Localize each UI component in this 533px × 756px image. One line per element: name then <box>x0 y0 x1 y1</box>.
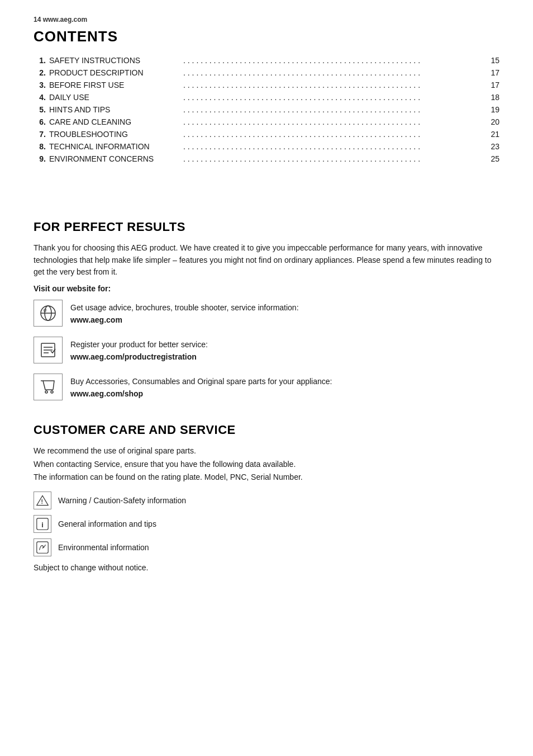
symbol-text: Environmental information <box>58 543 149 552</box>
toc-table: 1. SAFETY INSTRUCTIONS . . . . . . . . .… <box>34 54 499 165</box>
svg-point-9 <box>51 391 53 393</box>
toc-row: 9. ENVIRONMENT CONCERNS . . . . . . . . … <box>34 153 499 165</box>
toc-page: 25 <box>483 153 499 165</box>
icon-row: Register your product for better service… <box>34 337 499 363</box>
icon-text: Get usage advice, brochures, trouble sho… <box>70 300 299 326</box>
warning-symbol-icon: ! <box>34 492 51 509</box>
visit-label: Visit our website for: <box>34 284 499 293</box>
toc-row: 3. BEFORE FIRST USE . . . . . . . . . . … <box>34 79 499 91</box>
perfect-results-title: FOR PERFECT RESULTS <box>34 220 499 234</box>
cart-icon <box>34 374 63 400</box>
svg-text:@: @ <box>43 308 47 312</box>
toc-row: 8. TECHNICAL INFORMATION . . . . . . . .… <box>34 140 499 153</box>
symbol-text: Warning / Caution-Safety information <box>58 496 186 505</box>
globe-icon: @ <box>34 300 63 327</box>
toc-dots: . . . . . . . . . . . . . . . . . . . . … <box>181 140 483 153</box>
toc-dots: . . . . . . . . . . . . . . . . . . . . … <box>181 91 483 103</box>
toc-num: 3. <box>34 79 49 91</box>
toc-page: 15 <box>483 54 499 67</box>
toc-label: HINTS AND TIPS <box>49 103 181 116</box>
toc-dots: . . . . . . . . . . . . . . . . . . . . … <box>181 128 483 140</box>
toc-page: 17 <box>483 67 499 79</box>
toc-page: 21 <box>483 128 499 140</box>
toc-label: ENVIRONMENT CONCERNS <box>49 153 181 165</box>
toc-num: 9. <box>34 153 49 165</box>
symbol-row: Environmental information <box>34 538 499 556</box>
toc-num: 2. <box>34 67 49 79</box>
contents-title: CONTENTS <box>34 28 499 45</box>
toc-row: 1. SAFETY INSTRUCTIONS . . . . . . . . .… <box>34 54 499 67</box>
toc-num: 4. <box>34 91 49 103</box>
toc-page: 18 <box>483 91 499 103</box>
toc-label: DAILY USE <box>49 91 181 103</box>
perfect-results-body: Thank you for choosing this AEG product.… <box>34 242 499 278</box>
toc-dots: . . . . . . . . . . . . . . . . . . . . … <box>181 153 483 165</box>
toc-page: 17 <box>483 79 499 91</box>
svg-text:!: ! <box>41 499 43 505</box>
svg-rect-14 <box>37 542 48 553</box>
toc-num: 5. <box>34 103 49 116</box>
toc-row: 6. CARE AND CLEANING . . . . . . . . . .… <box>34 116 499 128</box>
icon-row: @ Get usage advice, brochures, trouble s… <box>34 300 499 327</box>
toc-dots: . . . . . . . . . . . . . . . . . . . . … <box>181 79 483 91</box>
toc-label: PRODUCT DESCRIPTION <box>49 67 181 79</box>
toc-num: 1. <box>34 54 49 67</box>
toc-label: TECHNICAL INFORMATION <box>49 140 181 153</box>
icon-text: Buy Accessories, Consumables and Origina… <box>70 374 332 400</box>
toc-page: 19 <box>483 103 499 116</box>
toc-label: TROUBLESHOOTING <box>49 128 181 140</box>
icon-row: Buy Accessories, Consumables and Origina… <box>34 374 499 400</box>
toc-dots: . . . . . . . . . . . . . . . . . . . . … <box>181 54 483 67</box>
page-number-line: 14 www.aeg.com <box>34 16 499 23</box>
toc-label: BEFORE FIRST USE <box>49 79 181 91</box>
env-symbol-icon <box>34 538 51 556</box>
toc-row: 4. DAILY USE . . . . . . . . . . . . . .… <box>34 91 499 103</box>
symbol-row: i General information and tips <box>34 515 499 533</box>
info-symbol-icon: i <box>34 515 51 533</box>
toc-row: 2. PRODUCT DESCRIPTION . . . . . . . . .… <box>34 67 499 79</box>
toc-row: 7. TROUBLESHOOTING . . . . . . . . . . .… <box>34 128 499 140</box>
toc-page: 23 <box>483 140 499 153</box>
icon-text: Register your product for better service… <box>70 337 208 363</box>
customer-care-body2: When contacting Service, ensure that you… <box>34 459 499 471</box>
customer-care-body3: The information can be found on the rati… <box>34 471 499 484</box>
toc-num: 6. <box>34 116 49 128</box>
toc-dots: . . . . . . . . . . . . . . . . . . . . … <box>181 103 483 116</box>
toc-dots: . . . . . . . . . . . . . . . . . . . . … <box>181 67 483 79</box>
customer-care-title: CUSTOMER CARE AND SERVICE <box>34 423 499 437</box>
toc-label: SAFETY INSTRUCTIONS <box>49 54 181 67</box>
subject-to-change: Subject to change without notice. <box>34 562 499 574</box>
symbol-row: ! Warning / Caution-Safety information <box>34 492 499 509</box>
toc-dots: . . . . . . . . . . . . . . . . . . . . … <box>181 116 483 128</box>
register-icon <box>34 337 63 363</box>
toc-row: 5. HINTS AND TIPS . . . . . . . . . . . … <box>34 103 499 116</box>
symbol-text: General information and tips <box>58 519 156 528</box>
svg-text:i: i <box>41 521 44 529</box>
customer-care-body1: We recommend the use of original spare p… <box>34 445 499 457</box>
toc-page: 20 <box>483 116 499 128</box>
toc-num: 7. <box>34 128 49 140</box>
svg-point-8 <box>45 391 47 393</box>
toc-label: CARE AND CLEANING <box>49 116 181 128</box>
toc-num: 8. <box>34 140 49 153</box>
